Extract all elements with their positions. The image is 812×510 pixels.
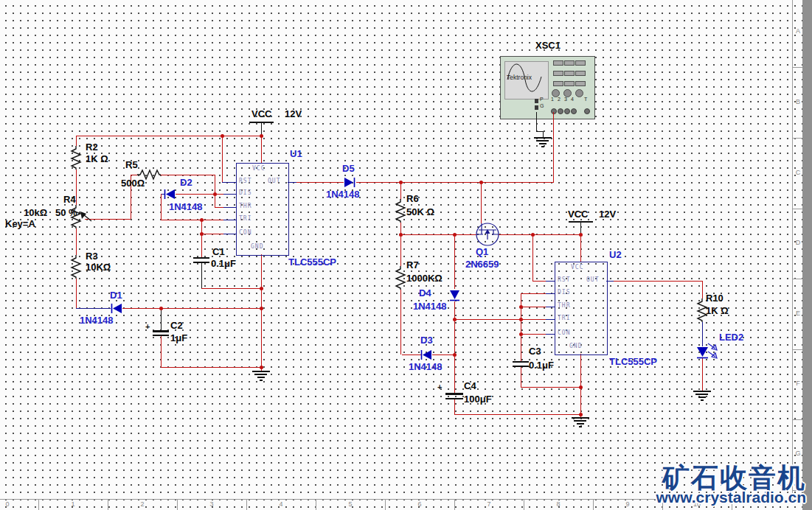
scope-button[interactable]	[575, 71, 586, 76]
pin-t-label: T	[584, 97, 587, 102]
wire-segment[interactable]	[161, 194, 162, 220]
wire-segment[interactable]	[76, 170, 77, 205]
wire-segment[interactable]	[546, 281, 555, 282]
wire-segment[interactable]	[543, 131, 544, 137]
ref-label: R7	[406, 259, 419, 270]
wire-segment[interactable]	[402, 354, 421, 355]
pin-label-dis: DIS	[239, 189, 251, 196]
wire-segment[interactable]	[223, 220, 236, 220]
schematic-canvas[interactable]: A B C D E F G 0 1 2 3 4 5 6 7 8 9 10 XSC…	[0, 0, 812, 510]
wire-segment[interactable]	[223, 194, 236, 195]
wire-segment[interactable]	[614, 281, 703, 282]
part-label: TLC555CP	[609, 356, 657, 367]
wire-segment[interactable]	[532, 234, 533, 281]
wire-segment[interactable]	[536, 112, 537, 131]
wire-segment[interactable]	[223, 207, 236, 208]
trigger-pin[interactable]	[584, 108, 590, 114]
wire-segment[interactable]	[521, 293, 521, 361]
wire-segment[interactable]	[546, 307, 555, 307]
scope-button[interactable]	[564, 60, 575, 66]
part-label: 2N6659	[465, 259, 499, 270]
wire-segment[interactable]	[546, 334, 555, 335]
wire-segment[interactable]	[76, 308, 111, 309]
scope-knob[interactable]	[575, 89, 583, 97]
wire-segment[interactable]	[215, 207, 223, 208]
wire-segment[interactable]	[261, 136, 262, 163]
wire-segment[interactable]	[356, 182, 554, 183]
wire-segment[interactable]	[532, 281, 546, 282]
wire-segment[interactable]	[161, 336, 162, 367]
wire-segment[interactable]	[201, 234, 223, 234]
ground-bar	[574, 420, 586, 422]
wire-segment[interactable]	[521, 293, 546, 294]
pin-label-rst: RST	[558, 276, 570, 283]
wire-segment[interactable]	[201, 288, 262, 289]
wire-segment[interactable]	[580, 234, 581, 262]
wire-segment[interactable]	[702, 358, 703, 391]
wire-segment[interactable]	[76, 136, 262, 136]
wire-segment[interactable]	[432, 354, 455, 355]
wire-segment[interactable]	[223, 234, 236, 234]
scope-button[interactable]	[564, 81, 575, 86]
wire-segment[interactable]	[546, 293, 555, 294]
value-label: 0.1μF	[211, 258, 236, 269]
wire-segment[interactable]	[161, 308, 162, 330]
wire-segment[interactable]	[454, 414, 581, 415]
junction-dot	[213, 192, 217, 196]
wire-segment[interactable]	[215, 175, 215, 207]
wire-segment[interactable]	[454, 354, 455, 393]
scope-button[interactable]	[575, 81, 586, 86]
wire-segment[interactable]	[400, 290, 401, 354]
wire-segment[interactable]	[499, 234, 581, 235]
wire-segment[interactable]	[161, 220, 223, 220]
canvas-edge-strip	[802, 0, 812, 510]
wire-segment[interactable]	[122, 308, 262, 309]
channel-pin[interactable]	[551, 108, 557, 114]
channel-pin[interactable]	[571, 108, 577, 114]
wire-segment[interactable]	[702, 281, 703, 298]
part-label: TLC555CP	[288, 256, 336, 268]
wire-segment[interactable]	[521, 307, 546, 307]
wire-segment[interactable]	[400, 182, 401, 200]
probe-terminal[interactable]	[535, 99, 538, 103]
scope-button[interactable]	[553, 81, 563, 86]
scope-button[interactable]	[564, 71, 575, 76]
scope-button[interactable]	[553, 71, 563, 76]
wire-segment[interactable]	[161, 367, 262, 368]
wire-segment[interactable]	[702, 322, 703, 346]
resistor-symbol	[71, 255, 81, 279]
wire-segment[interactable]	[261, 254, 262, 367]
value-label: 1K Ω	[706, 305, 729, 316]
wire-segment[interactable]	[553, 112, 554, 182]
wire-segment[interactable]	[400, 234, 476, 235]
wire-segment[interactable]	[521, 367, 521, 387]
junction-dot	[453, 353, 457, 357]
wire-segment[interactable]	[201, 262, 202, 288]
wire-segment[interactable]	[454, 234, 455, 289]
value-label: 0.1μF	[529, 360, 554, 371]
wire-segment[interactable]	[76, 136, 77, 146]
ref-label: C1	[212, 246, 225, 257]
wire-segment[interactable]	[521, 387, 581, 388]
wire-segment[interactable]	[521, 334, 546, 335]
channel-pin[interactable]	[564, 108, 570, 114]
wire-segment[interactable]	[222, 136, 223, 182]
wire-segment[interactable]	[76, 228, 77, 255]
wire-segment[interactable]	[201, 220, 202, 257]
ground-bar	[534, 137, 552, 139]
scope-button[interactable]	[553, 60, 563, 66]
ic-body[interactable]	[236, 163, 289, 256]
wire-segment[interactable]	[222, 182, 236, 183]
scope-button[interactable]	[575, 60, 586, 66]
ground-terminal[interactable]	[535, 105, 538, 110]
wire-segment[interactable]	[481, 182, 482, 223]
wire-segment[interactable]	[296, 182, 344, 183]
channel-pin[interactable]	[558, 108, 563, 114]
wire-segment[interactable]	[454, 319, 546, 320]
wire-segment[interactable]	[400, 234, 401, 266]
wire-segment[interactable]	[454, 399, 455, 414]
wire-segment[interactable]	[454, 301, 455, 354]
wire-segment[interactable]	[546, 319, 555, 320]
wire-segment[interactable]	[76, 279, 77, 308]
wire-segment[interactable]	[160, 175, 215, 175]
